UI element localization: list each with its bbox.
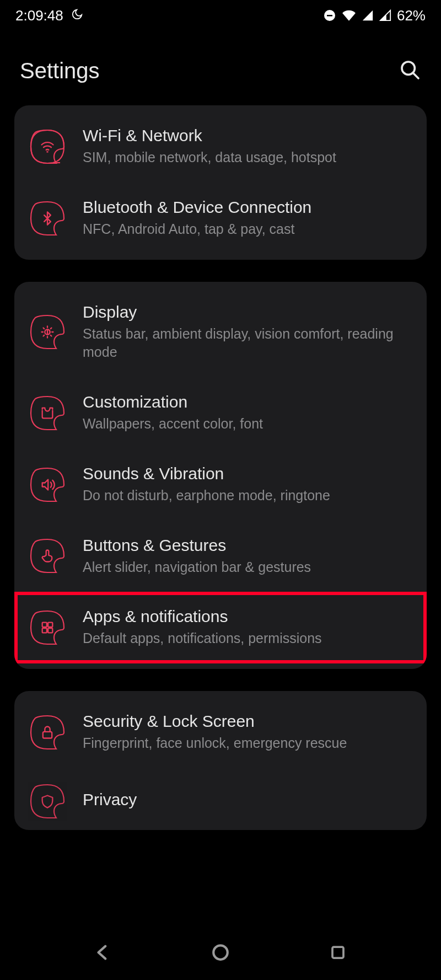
item-title: Buttons & Gestures bbox=[83, 536, 411, 555]
settings-item-apps[interactable]: Apps & notifications Default apps, notif… bbox=[14, 592, 427, 663]
gestures-icon bbox=[30, 538, 65, 574]
wifi-icon bbox=[30, 129, 65, 164]
content: Wi-Fi & Network SIM, mobile network, dat… bbox=[0, 105, 441, 830]
security-icon bbox=[30, 715, 65, 750]
signal-icon-1 bbox=[362, 9, 374, 22]
display-icon bbox=[30, 314, 65, 350]
settings-group-display: Display Status bar, ambient display, vis… bbox=[14, 282, 427, 670]
settings-item-security[interactable]: Security & Lock Screen Fingerprint, face… bbox=[14, 697, 427, 768]
sounds-icon bbox=[30, 467, 65, 502]
item-title: Sounds & Vibration bbox=[83, 464, 411, 483]
svg-rect-12 bbox=[332, 947, 343, 958]
svg-rect-10 bbox=[43, 732, 52, 738]
bluetooth-icon bbox=[30, 201, 65, 236]
svg-rect-6 bbox=[42, 623, 47, 627]
item-subtitle: NFC, Android Auto, tap & pay, cast bbox=[83, 220, 411, 239]
privacy-icon bbox=[30, 784, 65, 819]
header: Settings bbox=[0, 31, 441, 105]
dnd-icon bbox=[323, 9, 336, 22]
item-subtitle: Default apps, notifications, permissions bbox=[83, 629, 411, 648]
settings-item-display[interactable]: Display Status bar, ambient display, vis… bbox=[14, 287, 427, 378]
settings-group-network: Wi-Fi & Network SIM, mobile network, dat… bbox=[14, 105, 427, 260]
nav-back-button[interactable] bbox=[92, 941, 114, 963]
apps-icon bbox=[30, 610, 65, 645]
item-title: Bluetooth & Device Connection bbox=[83, 198, 411, 217]
item-subtitle: Alert slider, navigation bar & gestures bbox=[83, 558, 411, 577]
svg-rect-9 bbox=[48, 628, 52, 633]
page-title: Settings bbox=[20, 58, 100, 83]
navigation-bar bbox=[0, 925, 441, 980]
item-subtitle: Do not disturb, earphone mode, ringtone bbox=[83, 486, 411, 505]
item-subtitle: Status bar, ambient display, vision comf… bbox=[83, 325, 411, 362]
settings-item-wifi[interactable]: Wi-Fi & Network SIM, mobile network, dat… bbox=[14, 111, 427, 183]
wifi-status-icon bbox=[342, 9, 356, 22]
search-button[interactable] bbox=[399, 59, 421, 83]
signal-icon-2 bbox=[379, 9, 391, 22]
settings-item-bluetooth[interactable]: Bluetooth & Device Connection NFC, Andro… bbox=[14, 183, 427, 254]
settings-item-privacy[interactable]: Privacy bbox=[14, 768, 427, 824]
svg-rect-8 bbox=[42, 628, 47, 633]
settings-item-customization[interactable]: Customization Wallpapers, accent color, … bbox=[14, 377, 427, 449]
customization-icon bbox=[30, 395, 65, 431]
status-right: 62% bbox=[323, 7, 426, 24]
item-title: Privacy bbox=[83, 790, 411, 809]
item-subtitle: SIM, mobile network, data usage, hotspot bbox=[83, 148, 411, 167]
status-time: 2:09:48 bbox=[15, 7, 63, 24]
nav-home-button[interactable] bbox=[209, 941, 232, 963]
item-subtitle: Wallpapers, accent color, font bbox=[83, 415, 411, 433]
item-title: Apps & notifications bbox=[83, 607, 411, 626]
svg-rect-1 bbox=[327, 15, 332, 17]
settings-item-sounds[interactable]: Sounds & Vibration Do not disturb, earph… bbox=[14, 449, 427, 521]
svg-line-3 bbox=[413, 73, 418, 78]
svg-rect-7 bbox=[48, 623, 52, 627]
svg-point-4 bbox=[47, 152, 47, 152]
battery-text: 62% bbox=[397, 7, 426, 24]
item-title: Security & Lock Screen bbox=[83, 712, 411, 731]
settings-item-gestures[interactable]: Buttons & Gestures Alert slider, navigat… bbox=[14, 521, 427, 592]
item-title: Display bbox=[83, 303, 411, 322]
status-bar: 2:09:48 62% bbox=[0, 0, 441, 31]
nav-recents-button[interactable] bbox=[327, 941, 349, 963]
item-subtitle: Fingerprint, face unlock, emergency resc… bbox=[83, 734, 411, 753]
item-title: Wi-Fi & Network bbox=[83, 126, 411, 145]
svg-point-11 bbox=[213, 945, 228, 960]
status-left: 2:09:48 bbox=[15, 7, 83, 24]
item-title: Customization bbox=[83, 393, 411, 411]
moon-icon bbox=[71, 7, 83, 24]
settings-group-security: Security & Lock Screen Fingerprint, face… bbox=[14, 691, 427, 830]
